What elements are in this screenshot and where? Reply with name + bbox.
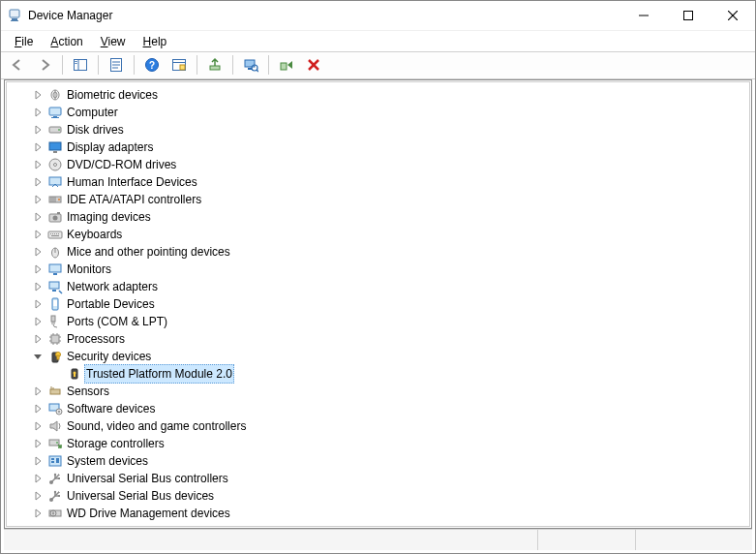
tree-item-label: Security devices [67,348,151,365]
disc-icon [47,157,63,172]
tree-item[interactable]: Network adapters [9,278,747,295]
tree-item-label: Human Interface Devices [67,173,197,191]
tree-item-label: Monitors [67,261,111,278]
expand-icon[interactable] [30,174,45,190]
tree-item[interactable]: IDE ATA/ATAPI controllers [9,191,747,208]
expand-icon[interactable] [30,262,45,277]
svg-rect-20 [210,66,220,70]
expand-icon[interactable] [30,471,45,486]
tree-item[interactable]: Sound, video and game controllers [9,417,747,435]
expand-icon[interactable] [30,401,45,416]
expand-icon[interactable] [30,314,45,329]
tree-item[interactable]: Human Interface Devices [9,173,747,191]
tree-item[interactable]: Disk drives [9,121,747,138]
maximize-button[interactable] [666,1,711,30]
scan-hardware-button[interactable] [238,53,263,77]
hid-icon [47,174,63,190]
expand-icon[interactable] [30,331,45,347]
tree-item-label: Computer [67,104,118,121]
menu-file[interactable]: File [7,33,41,50]
properties-button[interactable] [104,53,129,77]
security-icon [47,349,63,364]
expand-icon[interactable] [30,384,45,399]
tree-item[interactable]: Security devices [9,348,747,365]
uninstall-device-button[interactable] [301,53,326,77]
minimize-button[interactable] [621,1,666,30]
expand-icon[interactable] [30,436,45,451]
tree-view[interactable]: Biometric devicesComputerDisk drivesDisp… [6,81,750,527]
action-button[interactable] [166,53,192,77]
expand-icon[interactable] [30,122,45,138]
expand-icon[interactable] [30,227,45,242]
help-button[interactable]: ? [139,53,165,77]
tree-item[interactable]: Portable Devices [9,295,747,313]
update-driver-button[interactable] [202,53,227,77]
expand-icon[interactable] [30,139,45,155]
wd-icon [47,506,63,521]
usb-icon [47,471,63,486]
tree-item[interactable]: Sensors [9,383,747,400]
usb-icon [47,488,63,504]
expand-icon[interactable] [30,418,45,434]
software-icon [47,401,63,416]
svg-rect-51 [52,233,53,234]
svg-point-45 [58,199,60,200]
tree-item[interactable]: Universal Serial Bus controllers [9,470,747,487]
expand-icon[interactable] [30,87,45,103]
menu-view[interactable]: View [93,33,134,50]
expand-icon[interactable] [30,506,45,521]
tree-item[interactable]: Trusted Platform Module 2.0 [9,365,747,383]
titlebar-left: Device Manager [7,8,112,23]
svg-point-90 [56,442,58,444]
expand-icon[interactable] [30,105,45,120]
tree-item[interactable]: WD Drive Management devices [9,505,747,522]
menu-help[interactable]: Help [136,33,175,50]
tree-item[interactable]: Keyboards [9,226,747,243]
tpm-icon [67,366,82,382]
svg-point-47 [53,215,58,220]
tree-item[interactable]: Mice and other pointing devices [9,243,747,261]
tree-item[interactable]: Computer [9,104,747,121]
tree-item[interactable]: Universal Serial Bus devices [9,487,747,505]
tree-item[interactable]: Processors [9,330,747,348]
show-hide-console-tree-button[interactable] [68,53,93,77]
svg-rect-31 [49,108,61,115]
svg-rect-98 [58,477,60,479]
computer-icon [47,105,63,120]
close-button[interactable] [711,1,755,30]
svg-rect-50 [50,233,51,234]
tree-item[interactable]: Ports (COM & LPT) [9,313,747,330]
svg-rect-1 [12,18,17,20]
ports-icon [47,314,63,329]
menubar: File Action View Help [1,30,755,51]
svg-rect-58 [49,264,61,272]
expand-icon[interactable] [30,209,45,225]
tree-item-label: Universal Serial Bus devices [67,487,214,505]
tree-item[interactable]: DVD/CD-ROM drives [9,156,747,173]
back-button[interactable] [5,53,30,77]
svg-rect-36 [49,142,61,150]
expand-icon[interactable] [30,296,45,312]
tree-item[interactable]: Monitors [9,261,747,278]
tree-item[interactable]: Imaging devices [9,208,747,226]
collapse-icon[interactable] [30,349,45,364]
status-pane-2 [537,530,635,550]
tree-item[interactable]: Biometric devices [9,86,747,104]
tree-item[interactable]: Display adapters [9,138,747,156]
expand-icon[interactable] [30,279,45,294]
expand-icon[interactable] [30,244,45,260]
tree-item[interactable]: Storage controllers [9,435,747,452]
expand-icon[interactable] [30,488,45,504]
expand-icon[interactable] [30,192,45,207]
svg-rect-9 [76,61,77,62]
expand-icon[interactable] [30,453,45,469]
tree-item[interactable]: Software devices [9,400,747,417]
enable-device-button[interactable] [274,53,299,77]
menu-action[interactable]: Action [43,33,90,50]
titlebar: Device Manager [1,1,755,30]
expand-icon[interactable] [30,157,45,172]
tree-item[interactable]: System devices [9,452,747,470]
svg-rect-37 [53,151,57,153]
svg-point-88 [58,411,60,413]
forward-button[interactable] [32,53,57,77]
